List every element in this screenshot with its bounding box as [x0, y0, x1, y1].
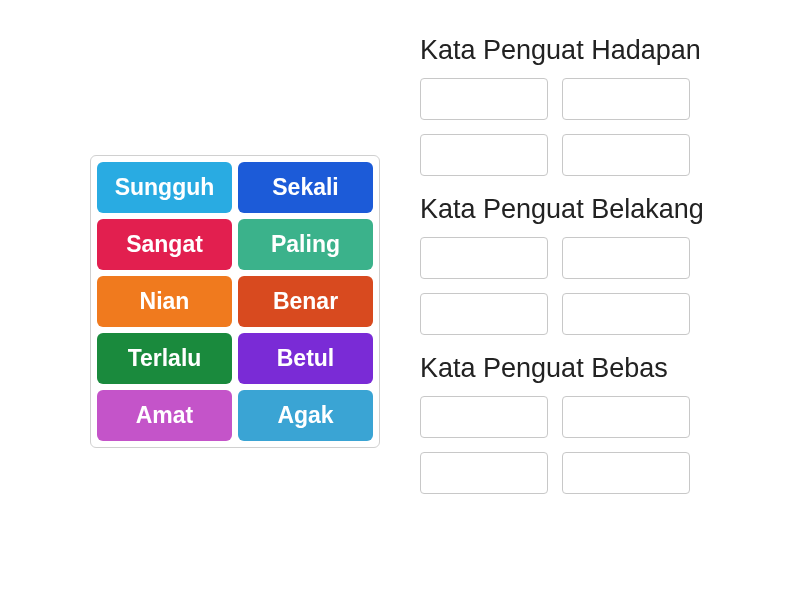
- category-title: Kata Penguat Bebas: [420, 353, 760, 384]
- word-tile-terlalu[interactable]: Terlalu: [97, 333, 232, 384]
- word-tile-paling[interactable]: Paling: [238, 219, 373, 270]
- word-bank: Sungguh Sekali Sangat Paling Nian Benar …: [90, 155, 380, 448]
- drop-zone[interactable]: [420, 396, 548, 438]
- category-belakang: Kata Penguat Belakang: [420, 194, 760, 335]
- drop-zone[interactable]: [420, 134, 548, 176]
- category-bebas: Kata Penguat Bebas: [420, 353, 760, 494]
- drop-zone[interactable]: [562, 134, 690, 176]
- category-hadapan: Kata Penguat Hadapan: [420, 35, 760, 176]
- categories-panel: Kata Penguat Hadapan Kata Penguat Belaka…: [420, 35, 760, 512]
- drop-zone[interactable]: [562, 452, 690, 494]
- drop-zone[interactable]: [562, 78, 690, 120]
- drop-zone[interactable]: [562, 396, 690, 438]
- drop-zone[interactable]: [562, 293, 690, 335]
- drop-zone[interactable]: [420, 293, 548, 335]
- drop-zone[interactable]: [420, 237, 548, 279]
- word-tile-benar[interactable]: Benar: [238, 276, 373, 327]
- word-tile-sungguh[interactable]: Sungguh: [97, 162, 232, 213]
- category-title: Kata Penguat Belakang: [420, 194, 760, 225]
- word-tile-nian[interactable]: Nian: [97, 276, 232, 327]
- drop-zone[interactable]: [562, 237, 690, 279]
- word-tile-sangat[interactable]: Sangat: [97, 219, 232, 270]
- word-tile-agak[interactable]: Agak: [238, 390, 373, 441]
- word-tile-amat[interactable]: Amat: [97, 390, 232, 441]
- word-tile-betul[interactable]: Betul: [238, 333, 373, 384]
- drop-zone[interactable]: [420, 452, 548, 494]
- drop-zone[interactable]: [420, 78, 548, 120]
- word-tile-sekali[interactable]: Sekali: [238, 162, 373, 213]
- category-title: Kata Penguat Hadapan: [420, 35, 760, 66]
